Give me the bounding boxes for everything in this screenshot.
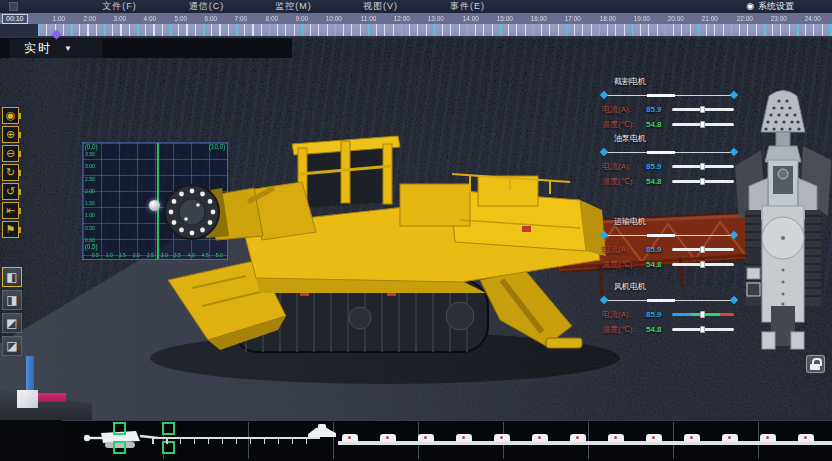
- hour-label: 16:00: [531, 15, 547, 21]
- zoom-out-icon: ⊖: [6, 147, 15, 159]
- system-settings-button[interactable]: ◉ 系统设置: [746, 0, 794, 13]
- hour-label: 9:00: [296, 15, 309, 21]
- hour-label: 7:00: [235, 15, 248, 21]
- view-cube-4-button[interactable]: ◪: [2, 336, 22, 356]
- belt-segment: [380, 434, 396, 442]
- hour-labels: 1:002:003:004:005:006:007:008:009:0010:0…: [44, 13, 830, 24]
- hour-label: 15:00: [497, 15, 513, 21]
- temp-slider[interactable]: [672, 263, 734, 266]
- motor-title: 风机电机: [614, 281, 740, 292]
- hour-label: 22:00: [736, 15, 752, 21]
- zoom-out-button[interactable]: ⊖: [2, 145, 19, 162]
- range-handle-left[interactable]: [600, 148, 608, 156]
- hour-label: 4:00: [144, 15, 157, 21]
- drill-rod-line: [152, 437, 320, 444]
- view-cube-3-button[interactable]: ◩: [2, 313, 22, 333]
- grid-y-tick: 1.50: [85, 201, 95, 206]
- current-label: 电流(A):: [602, 161, 646, 172]
- current-slider[interactable]: [672, 313, 734, 316]
- belt-segment: [646, 434, 662, 442]
- grid-x-tick: 4.5: [202, 252, 209, 257]
- temp-slider[interactable]: [672, 328, 734, 331]
- current-slider[interactable]: [672, 165, 734, 168]
- hour-label: 10:00: [326, 15, 342, 21]
- belt-drive-head: [306, 424, 338, 439]
- temp-slider[interactable]: [672, 123, 734, 126]
- view-cube-2-button[interactable]: ◨: [2, 290, 22, 310]
- motor-range-slider[interactable]: [600, 230, 738, 240]
- toolbar-gap: [2, 240, 22, 267]
- realtime-mode-dropdown[interactable]: 实时 ▼: [10, 39, 102, 58]
- plan-tracks: [745, 210, 821, 306]
- orbit-globe-button[interactable]: ◉: [2, 107, 19, 124]
- hour-label: 1:00: [53, 15, 66, 21]
- hour-label: 24:00: [805, 15, 821, 21]
- current-label: 电流(A):: [602, 309, 646, 320]
- belt-segment: [722, 434, 738, 442]
- grid-x-tick: 0.5: [92, 252, 99, 257]
- menu-file[interactable]: 文件(F): [76, 0, 163, 13]
- temp-value: 54.8: [646, 120, 672, 129]
- temp-value: 54.8: [646, 177, 672, 186]
- temp-slider[interactable]: [672, 180, 734, 183]
- hour-label: 2:00: [83, 15, 96, 21]
- range-handle-right[interactable]: [730, 91, 738, 99]
- current-slider[interactable]: [672, 248, 734, 251]
- range-handle-left[interactable]: [600, 231, 608, 239]
- menu-view[interactable]: 视图(V): [337, 0, 424, 13]
- zoom-in-button[interactable]: ⊕: [2, 126, 19, 143]
- grid-x-tick: 4.0: [188, 252, 195, 257]
- view-toolbar: ◉ ⊕ ⊖ ↻ ↺ ⇤ ⚑ ◧ ◨ ◩ ◪: [2, 107, 22, 359]
- tick-band[interactable]: [38, 24, 832, 36]
- rotate-cw-icon: ↻: [6, 166, 15, 178]
- belt-segment: [456, 434, 472, 442]
- range-handle-right[interactable]: [730, 148, 738, 156]
- gear-icon: ◉: [746, 0, 754, 13]
- view-lock-button[interactable]: [806, 355, 825, 373]
- motor-panel-fan: 风机电机 电流(A):85.9 温度(℃):54.8: [598, 281, 740, 335]
- menu-monitoring[interactable]: 监控(M): [250, 0, 337, 13]
- align-view-button[interactable]: ⇤: [2, 202, 19, 219]
- grid-y-tick: 0.00: [85, 237, 95, 242]
- belt-segment: [418, 434, 434, 442]
- range-handle-right[interactable]: [730, 231, 738, 239]
- grid-y-tick: 3.50: [85, 151, 95, 156]
- flag-marker-icon: ⚑: [6, 223, 16, 235]
- flag-marker-button[interactable]: ⚑: [2, 221, 19, 238]
- grid-y-tick: 0.50: [85, 225, 95, 230]
- orbit-globe-icon: ◉: [6, 109, 16, 121]
- grid-x-tick: 3.5: [174, 252, 181, 257]
- menu-items: 文件(F) 通信(C) 监控(M) 视图(V) 事件(E): [76, 0, 511, 13]
- current-label: 电流(A):: [602, 244, 646, 255]
- grid-x-axis-ticks: 0.51.01.52.02.53.03.54.04.55.0: [91, 252, 223, 258]
- belt-segment: [760, 434, 776, 442]
- grid-corner-label: (0,0): [85, 143, 98, 149]
- menu-event[interactable]: 事件(E): [424, 0, 511, 13]
- view-cube-1-button[interactable]: ◧: [2, 267, 22, 287]
- range-handle-left[interactable]: [600, 91, 608, 99]
- hour-label: 8:00: [265, 15, 278, 21]
- grid-y-tick: 3.00: [85, 164, 95, 169]
- grid-y-tick: 2.00: [85, 188, 95, 193]
- current-value: 85.9: [646, 162, 672, 171]
- rotate-cw-button[interactable]: ↻: [2, 164, 19, 181]
- align-view-icon: ⇤: [6, 204, 15, 216]
- timeline-scrubber[interactable]: [0, 24, 832, 36]
- range-handle-right[interactable]: [730, 296, 738, 304]
- motor-range-slider[interactable]: [600, 147, 738, 157]
- rotate-ccw-button[interactable]: ↺: [2, 183, 19, 200]
- current-slider[interactable]: [672, 108, 734, 111]
- belt-segment: [608, 434, 624, 442]
- grid-y-axis-ticks: 3.503.002.502.001.501.000.500.00: [85, 151, 97, 243]
- roadheader-monitoring-app: (0,0) (10,0) (0,5) 3.503.002.502.001.501…: [0, 0, 832, 461]
- motor-panel-oil-pump: 油泵电机 电流(A):85.9 温度(℃):54.8: [598, 133, 740, 187]
- motor-range-slider[interactable]: [600, 90, 738, 100]
- tunnel-minimap-strip[interactable]: [0, 420, 832, 461]
- plan-cutter-head: [761, 91, 805, 133]
- motor-range-slider[interactable]: [600, 295, 738, 305]
- range-handle-left[interactable]: [600, 296, 608, 304]
- menu-communication[interactable]: 通信(C): [163, 0, 250, 13]
- temp-value: 54.8: [646, 260, 672, 269]
- view-cube-3-icon: ◩: [6, 316, 17, 330]
- app-icon: [9, 2, 18, 11]
